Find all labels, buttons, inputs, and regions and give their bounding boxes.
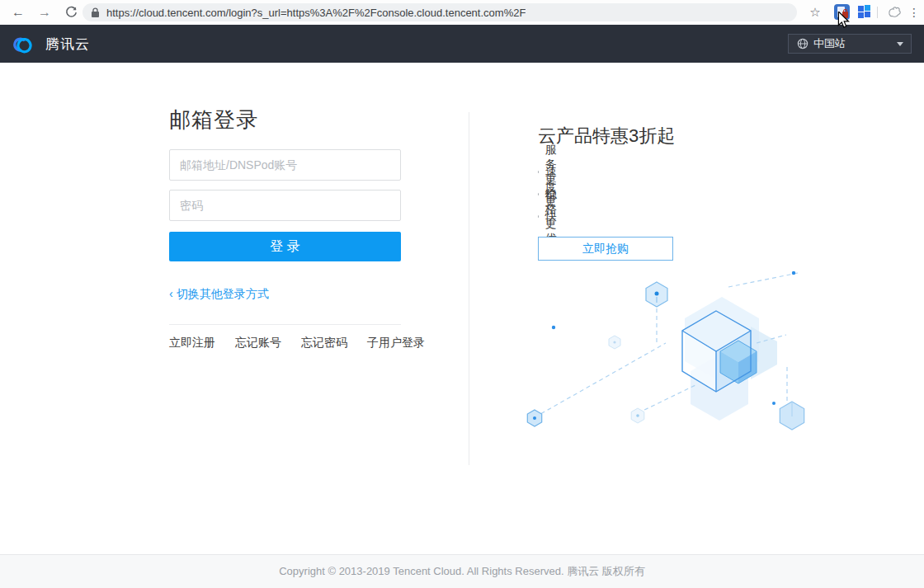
page-footer: Copyright © 2013-2019 Tencent Cloud. All… bbox=[0, 554, 924, 588]
bookmark-star-icon[interactable]: ☆ bbox=[807, 0, 823, 25]
sub-user-login-link[interactable]: 子用户登录 bbox=[367, 336, 425, 350]
globe-icon bbox=[797, 38, 808, 49]
bullet-dot-icon bbox=[538, 171, 539, 173]
main-content: 邮箱登录 登 录 ‹切换其他登录方式 立即注册 忘记账号 忘记密码 子用户登录 … bbox=[0, 63, 924, 554]
switch-login-method-label: 切换其他登录方式 bbox=[177, 287, 269, 300]
tiles-extension-icon[interactable] bbox=[858, 5, 871, 18]
promo-bullet-list: 服务更稳 速度更快 价格更优 bbox=[538, 161, 559, 228]
browser-forward-icon[interactable]: → bbox=[34, 0, 55, 25]
ssl-lock-icon bbox=[91, 7, 100, 18]
brand-name: 腾讯云 bbox=[45, 35, 90, 54]
cube-illustration bbox=[512, 264, 842, 437]
chevron-down-icon bbox=[897, 42, 903, 46]
register-link[interactable]: 立即注册 bbox=[169, 336, 215, 350]
chevron-left-icon: ‹ bbox=[169, 287, 173, 300]
password-field[interactable] bbox=[169, 190, 401, 221]
login-title: 邮箱登录 bbox=[169, 106, 258, 134]
claw-extension-icon[interactable] bbox=[886, 4, 903, 21]
address-bar[interactable]: https://cloud.tencent.com/login?s_url=ht… bbox=[82, 3, 797, 21]
browser-back-icon[interactable]: ← bbox=[7, 0, 29, 25]
copyright-text: Copyright © 2013-2019 Tencent Cloud. All… bbox=[279, 564, 645, 579]
mouse-cursor bbox=[837, 12, 850, 33]
tencent-cloud-login-page: ← → https://cloud.tencent.com/login?s_ur… bbox=[0, 0, 924, 588]
forgot-account-link[interactable]: 忘记账号 bbox=[235, 336, 281, 350]
email-field[interactable] bbox=[169, 149, 401, 181]
browser-menu-icon[interactable]: ⋮ bbox=[906, 0, 922, 25]
brand[interactable]: 腾讯云 bbox=[10, 25, 90, 63]
url-text: https://cloud.tencent.com/login?s_url=ht… bbox=[106, 7, 526, 19]
form-divider bbox=[169, 324, 401, 325]
bullet-dot-icon bbox=[538, 215, 539, 218]
bullet-dot-icon bbox=[538, 193, 539, 195]
site-navbar: 腾讯云 中国站 bbox=[0, 25, 924, 63]
region-label: 中国站 bbox=[813, 36, 846, 51]
switch-login-method-link[interactable]: ‹切换其他登录方式 bbox=[169, 287, 269, 302]
column-divider bbox=[469, 112, 469, 465]
browser-refresh-icon[interactable] bbox=[60, 0, 82, 25]
forgot-password-link[interactable]: 忘记密码 bbox=[301, 336, 347, 350]
login-button[interactable]: 登 录 bbox=[169, 232, 401, 261]
auxiliary-links: 立即注册 忘记账号 忘记密码 子用户登录 bbox=[169, 336, 401, 350]
browser-toolbar: ← → https://cloud.tencent.com/login?s_ur… bbox=[0, 0, 924, 25]
region-selector[interactable]: 中国站 bbox=[788, 34, 912, 54]
tencent-cloud-logo-icon bbox=[10, 33, 38, 54]
buy-now-button[interactable]: 立即抢购 bbox=[538, 237, 673, 261]
toolbar-separator bbox=[877, 7, 878, 18]
list-item: 价格更优 bbox=[538, 205, 559, 228]
